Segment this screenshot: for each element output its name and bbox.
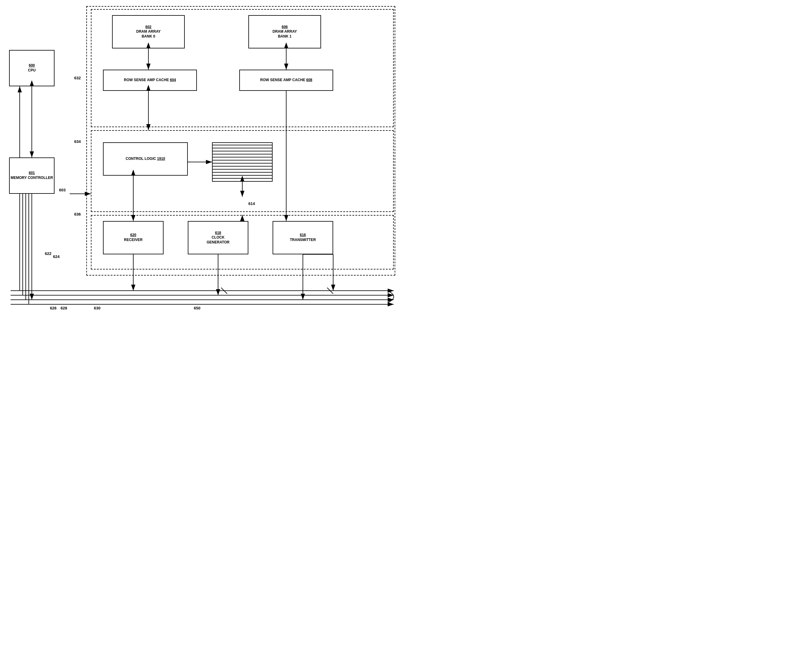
memory-controller-box: 601 MEMORY CONTROLLER — [9, 157, 55, 194]
control-logic-box: CONTROL LOGIC 1910 — [103, 142, 188, 175]
bank0-id: 602 — [145, 25, 151, 29]
cpu-id: 600 — [29, 63, 35, 67]
svg-line-29 — [327, 288, 333, 294]
cpu-name: CPU — [28, 68, 35, 72]
receiver-box: 620 RECEIVER — [103, 221, 163, 255]
label-622: 622 — [45, 251, 52, 256]
clock-gen-box: 618 CLOCKGENERATOR — [188, 221, 248, 255]
row-sense-cache-604-box: ROW SENSE AMP CACHE 604 — [103, 70, 197, 91]
label-626: 626 — [50, 306, 56, 310]
tx-id: 616 — [300, 233, 306, 237]
cpu-box: 600 CPU — [9, 50, 55, 86]
bank1-id: 606 — [282, 25, 288, 29]
diagram: 600 CPU 601 MEMORY CONTROLLER 602 DRAM A… — [0, 0, 406, 325]
label-624: 624 — [53, 255, 60, 259]
label-628: 628 — [61, 306, 67, 310]
svg-line-28 — [221, 288, 227, 294]
mc-id: 601 — [29, 171, 35, 175]
row-sense-cache-608-box: ROW SENSE AMP CACHE 608 — [239, 70, 333, 91]
label-634: 634 — [74, 139, 81, 144]
dram-bank1-box: 606 DRAM ARRAYBANK 1 — [248, 15, 321, 49]
label-630: 630 — [94, 306, 101, 310]
label-636: 636 — [74, 212, 81, 216]
mc-name: MEMORY CONTROLLER — [11, 175, 53, 180]
label-603: 603 — [59, 188, 66, 192]
transmitter-box: 616 TRANSMITTER — [273, 221, 333, 255]
tx-name: TRANSMITTER — [290, 238, 316, 242]
clk-id: 618 — [215, 231, 221, 235]
dram-bank0-box: 602 DRAM ARRAYBANK 0 — [112, 15, 185, 49]
register-file-box — [212, 142, 273, 182]
receiver-name: RECEIVER — [124, 238, 142, 242]
label-614: 614 — [248, 201, 255, 206]
receiver-id: 620 — [130, 233, 136, 237]
label-650: 650 — [194, 306, 200, 310]
label-632: 632 — [74, 76, 81, 80]
